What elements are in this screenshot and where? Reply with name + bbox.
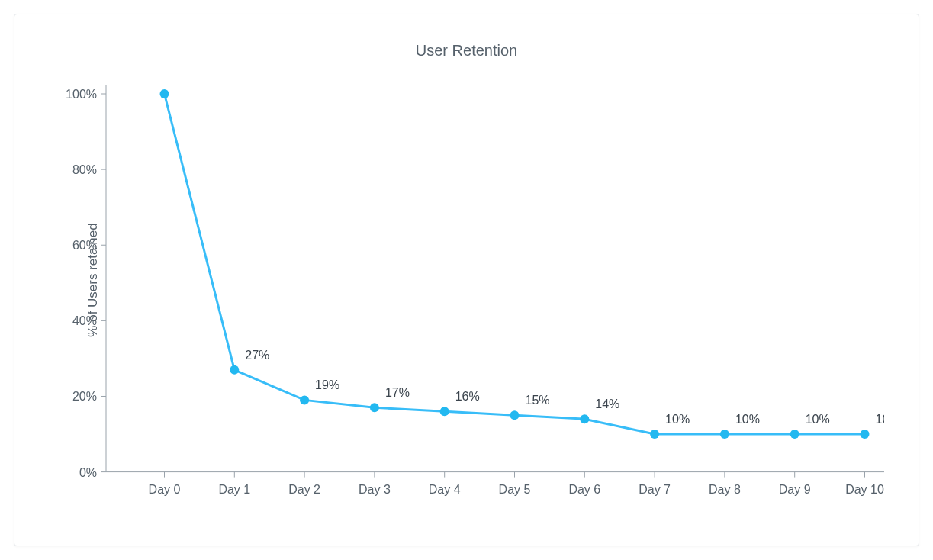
y-tick-label: 0% — [79, 466, 97, 479]
chart-card: User Retention % of Users retained 0%20%… — [14, 14, 919, 546]
chart-plot: 0%20%40%60%80%100%Day 0Day 1Day 2Day 3Da… — [62, 83, 884, 515]
x-tick-label: Day 8 — [709, 483, 741, 496]
x-tick-label: Day 10 — [845, 483, 884, 496]
data-point — [370, 403, 379, 412]
x-tick-label: Day 3 — [359, 483, 391, 496]
data-label: 27% — [245, 349, 269, 362]
data-label: 19% — [315, 378, 339, 391]
data-point — [720, 430, 729, 439]
data-label: 17% — [385, 386, 410, 399]
data-point — [580, 414, 589, 423]
data-point — [861, 430, 870, 439]
data-label: 15% — [526, 394, 550, 407]
chart-title: User Retention — [14, 42, 919, 60]
y-tick-label: 20% — [72, 390, 97, 403]
data-point — [440, 407, 449, 416]
x-tick-label: Day 6 — [568, 483, 600, 496]
data-point — [160, 89, 169, 98]
y-tick-label: 60% — [72, 239, 97, 252]
y-tick-label: 100% — [66, 88, 97, 101]
data-point — [510, 410, 520, 420]
data-label: 10% — [665, 413, 690, 426]
x-tick-label: Day 0 — [149, 483, 181, 496]
data-label: 10% — [806, 413, 830, 426]
data-label: 10% — [735, 413, 760, 426]
x-tick-label: Day 4 — [429, 483, 461, 496]
data-point — [650, 430, 659, 439]
x-tick-label: Day 7 — [639, 483, 671, 496]
y-tick-label: 80% — [72, 163, 97, 176]
data-label: 10% — [876, 413, 885, 426]
data-label: 14% — [595, 397, 619, 410]
x-tick-label: Day 9 — [779, 483, 811, 496]
x-tick-label: Day 5 — [499, 483, 531, 496]
y-tick-label: 40% — [72, 314, 97, 327]
series-line — [165, 94, 865, 434]
data-point — [790, 430, 799, 439]
x-tick-label: Day 2 — [288, 483, 320, 496]
data-point — [300, 395, 309, 404]
data-point — [230, 365, 239, 375]
x-tick-label: Day 1 — [218, 483, 250, 496]
data-label: 16% — [455, 390, 480, 403]
